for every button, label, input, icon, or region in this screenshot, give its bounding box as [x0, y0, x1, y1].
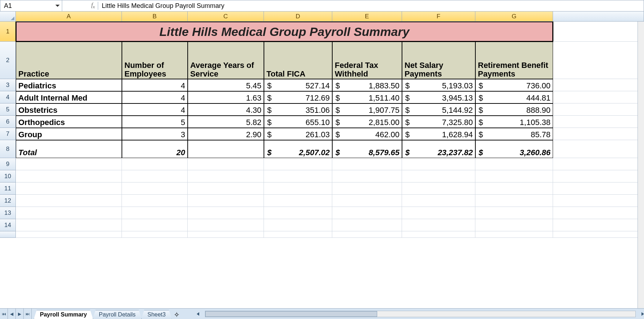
tab-nav-prev[interactable]: ◀ — [8, 309, 16, 319]
cell-empty-9[interactable] — [122, 158, 188, 170]
cell-empty-9[interactable] — [16, 158, 122, 170]
cell-extra-5[interactable] — [553, 103, 644, 116]
tab-nav-next[interactable]: ▶ — [16, 309, 24, 319]
cell-practice-5[interactable]: Obstetrics — [16, 103, 122, 116]
cell-empty-9[interactable] — [402, 158, 475, 170]
row-header-7[interactable]: 7 — [0, 128, 16, 140]
cell-net-7[interactable]: $1,628.94 — [402, 128, 475, 140]
cell-empty-11[interactable] — [264, 182, 332, 195]
title-cell[interactable]: Little Hills Medical Group Payroll Summa… — [16, 22, 553, 42]
cell-extra-7[interactable] — [553, 128, 644, 140]
cell-empty-11[interactable] — [475, 182, 553, 195]
total-ret[interactable]: $3,260.86 — [475, 140, 553, 158]
cell-empty-10[interactable] — [475, 170, 553, 182]
cell-extra-2[interactable] — [553, 42, 644, 79]
row-header-8[interactable]: 8 — [0, 140, 16, 158]
cell-empty-10[interactable] — [122, 170, 188, 182]
col-header-C[interactable]: C — [188, 11, 264, 21]
total-num[interactable]: 20 — [122, 140, 188, 158]
cell-practice-3[interactable]: Pediatrics — [16, 79, 122, 91]
cell-empty-14[interactable] — [188, 219, 264, 231]
cell-fed-3[interactable]: $1,883.50 — [332, 79, 402, 91]
cell-empty-15[interactable] — [188, 231, 264, 238]
cell-ret-4[interactable]: $444.81 — [475, 91, 553, 103]
cell-empty-11[interactable] — [553, 182, 644, 195]
row-header-3[interactable]: 3 — [0, 79, 16, 91]
cell-empty-14[interactable] — [475, 219, 553, 231]
cell-empty-12[interactable] — [332, 195, 402, 207]
total-label[interactable]: Total — [16, 140, 122, 158]
select-all-corner[interactable] — [0, 11, 16, 21]
header-num-employees[interactable]: Number of Employees — [122, 42, 188, 79]
col-header-B[interactable]: B — [122, 11, 188, 21]
cell-empty-11[interactable] — [16, 182, 122, 195]
cell-fica-7[interactable]: $261.03 — [264, 128, 332, 140]
col-header-extra[interactable] — [553, 11, 644, 21]
cell-practice-6[interactable]: Orthopedics — [16, 116, 122, 128]
cell-net-6[interactable]: $7,325.80 — [402, 116, 475, 128]
cell-extra-8[interactable] — [553, 140, 644, 158]
header-total-fica[interactable]: Total FICA — [264, 42, 332, 79]
scroll-right-icon[interactable] — [641, 312, 644, 316]
cell-empty-13[interactable] — [332, 207, 402, 219]
row-header-2[interactable]: 2 — [0, 42, 16, 79]
cell-fed-6[interactable]: $2,815.00 — [332, 116, 402, 128]
cell-empty-14[interactable] — [122, 219, 188, 231]
header-avg-years[interactable]: Average Years of Service — [188, 42, 264, 79]
tab-nav-first[interactable]: ⏮ — [0, 309, 8, 319]
header-practice[interactable]: Practice — [16, 42, 122, 79]
cell-empty-12[interactable] — [188, 195, 264, 207]
cell-extra-3[interactable] — [553, 79, 644, 91]
cell-fed-4[interactable]: $1,511.40 — [332, 91, 402, 103]
cell-empty-12[interactable] — [122, 195, 188, 207]
cell-empty-15[interactable] — [553, 231, 644, 238]
name-box[interactable]: A1 — [0, 0, 62, 11]
cell-empty-12[interactable] — [475, 195, 553, 207]
chevron-down-icon[interactable] — [55, 5, 60, 7]
cell-empty-13[interactable] — [122, 207, 188, 219]
scroll-left-icon[interactable] — [197, 312, 199, 316]
cell-empty-12[interactable] — [16, 195, 122, 207]
cell-empty-10[interactable] — [264, 170, 332, 182]
row-header-12[interactable]: 12 — [0, 195, 16, 207]
cell-empty-9[interactable] — [264, 158, 332, 170]
cell-empty-9[interactable] — [553, 158, 644, 170]
cell-empty-11[interactable] — [402, 182, 475, 195]
cell-practice-7[interactable]: Group — [16, 128, 122, 140]
row-header-4[interactable]: 4 — [0, 91, 16, 103]
new-sheet-button[interactable]: ✧ — [172, 310, 182, 319]
cell-empty-15[interactable] — [264, 231, 332, 238]
horizontal-scrollbar[interactable] — [197, 309, 644, 319]
cell-empty-13[interactable] — [264, 207, 332, 219]
cell-net-4[interactable]: $3,945.13 — [402, 91, 475, 103]
cell-empty-10[interactable] — [332, 170, 402, 182]
cell-num-4[interactable]: 4 — [122, 91, 188, 103]
cell-empty-10[interactable] — [16, 170, 122, 182]
cell-empty-11[interactable] — [122, 182, 188, 195]
header-fed-tax[interactable]: Federal Tax Withheld — [332, 42, 402, 79]
cell-net-5[interactable]: $5,144.92 — [402, 103, 475, 116]
row-header-13[interactable]: 13 — [0, 207, 16, 219]
cell-empty-11[interactable] — [188, 182, 264, 195]
sheet-tab-sheet3[interactable]: Sheet3 — [141, 310, 172, 319]
sheet-tab-payroll-details[interactable]: Payroll Details — [93, 310, 142, 319]
cell-empty-14[interactable] — [16, 219, 122, 231]
cell-years-6[interactable]: 5.82 — [188, 116, 264, 128]
cell-num-5[interactable]: 4 — [122, 103, 188, 116]
header-retirement[interactable]: Retirement Benefit Payments — [475, 42, 553, 79]
cell-empty-10[interactable] — [188, 170, 264, 182]
cell-fica-5[interactable]: $351.06 — [264, 103, 332, 116]
cell-empty-12[interactable] — [553, 195, 644, 207]
row-header-5[interactable]: 5 — [0, 103, 16, 116]
spreadsheet-grid[interactable]: A B C D E F G 1 Little Hills Medical Gro… — [0, 11, 644, 308]
cell-years-4[interactable]: 1.63 — [188, 91, 264, 103]
col-header-A[interactable]: A — [16, 11, 122, 21]
row-header-15[interactable] — [0, 231, 16, 238]
cell-fica-6[interactable]: $655.10 — [264, 116, 332, 128]
cell-empty-13[interactable] — [553, 207, 644, 219]
cell-ret-6[interactable]: $1,105.38 — [475, 116, 553, 128]
row-header-11[interactable]: 11 — [0, 182, 16, 195]
sheet-tab-payroll-summary[interactable]: Payroll Summary — [34, 310, 93, 319]
cell-empty-14[interactable] — [332, 219, 402, 231]
formula-input[interactable]: Little Hills Medical Group Payroll Summa… — [98, 2, 644, 10]
